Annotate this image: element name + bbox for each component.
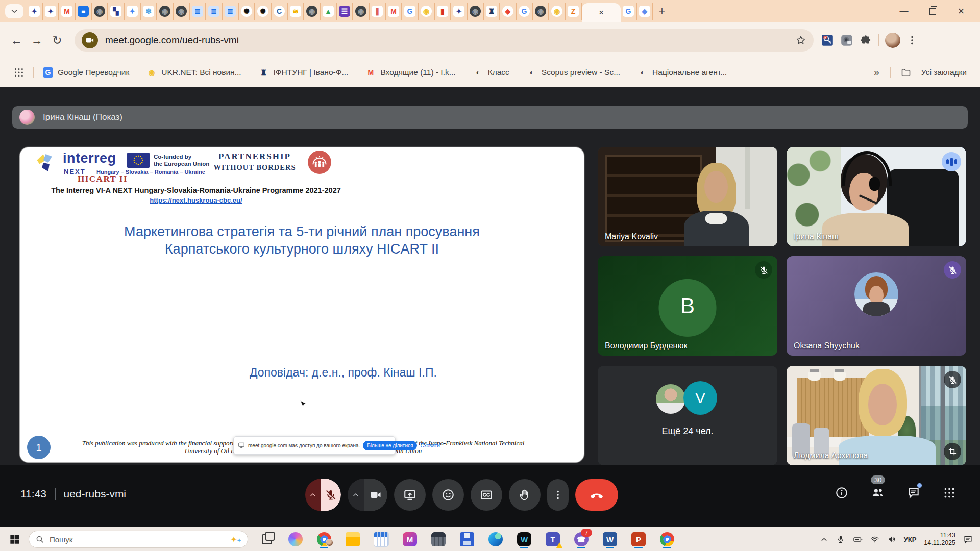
pinned-tab-google-docs-icon[interactable]: ≡ xyxy=(76,3,92,20)
screen-share-camera-icon[interactable] xyxy=(82,32,98,48)
pinned-tab-openai-icon[interactable]: ✺ xyxy=(239,3,255,20)
bookmark-item[interactable]: ◐Національне агент... xyxy=(638,67,727,78)
bookmark-item[interactable]: ◉UKR.NET: Всі новин... xyxy=(146,67,241,78)
pinned-tab-purple-list-icon[interactable]: ☰ xyxy=(337,3,353,20)
new-tab-button[interactable]: + xyxy=(653,3,671,20)
presentation-slide[interactable]: interreg NEXT Hungary – Slovakia – Roman… xyxy=(19,147,584,463)
bookmarks-overflow-chevron[interactable]: » xyxy=(874,67,879,78)
pinned-tab-openai-icon[interactable]: ✺ xyxy=(255,3,272,20)
browser-menu-kebab-icon[interactable] xyxy=(906,35,918,46)
participant-tile-liudmyla[interactable]: Людмила Архипова xyxy=(787,366,966,465)
pinned-tab-education-icon[interactable]: ◆ xyxy=(637,3,653,20)
end-call-button[interactable] xyxy=(575,479,618,511)
file-explorer-icon[interactable] xyxy=(345,531,360,548)
viber-icon[interactable]: ☎7 xyxy=(574,531,589,548)
pinned-tab-google-drive-icon[interactable]: ▲ xyxy=(321,3,337,20)
pinned-tab-document-icon[interactable]: ≣ xyxy=(223,3,239,20)
participants-button[interactable]: 30 xyxy=(871,486,885,499)
pinned-tab-chrome-dark-icon[interactable]: ◉ xyxy=(304,3,321,20)
pinned-tab-canat-logo-icon[interactable]: C xyxy=(272,3,288,20)
chrome-icon[interactable] xyxy=(316,531,332,548)
active-tab-google-meet[interactable]: × xyxy=(582,3,621,22)
pinned-tab-red-stack-icon[interactable]: ❚ xyxy=(370,3,386,20)
chat-button[interactable] xyxy=(907,486,920,499)
pinned-tab-chrome-dark-icon[interactable]: ◉ xyxy=(533,3,549,20)
pinned-tab-chrome-dark-icon[interactable]: ◉ xyxy=(157,3,174,20)
restore-window-icon[interactable] xyxy=(925,4,940,19)
stop-sharing-button[interactable]: Більше не ділитися xyxy=(363,441,417,450)
tray-volume-icon[interactable] xyxy=(887,535,896,544)
bookmark-item[interactable]: ◐Класс xyxy=(473,67,509,78)
pinned-tab-zimbra-mail-icon[interactable]: Z xyxy=(566,3,582,20)
participant-tile-iryna-speaking[interactable]: Ірина Кінаш xyxy=(787,147,966,246)
pinned-tab-brand-pinwheel-icon[interactable]: ✦ xyxy=(43,3,59,20)
pinned-tab-yellow-emblem-icon[interactable]: ◉ xyxy=(549,3,566,20)
crop-pip-icon[interactable] xyxy=(944,443,961,460)
pinned-tab-google-translate-icon[interactable]: G xyxy=(402,3,419,20)
address-bar[interactable]: meet.google.com/ued-rubs-vmi xyxy=(75,29,814,52)
more-participants-tile[interactable]: V Ещё 24 чел. xyxy=(598,366,777,465)
calculator-icon[interactable] xyxy=(431,531,446,548)
taskbar-clock[interactable]: 11:4314.11.2025 xyxy=(924,532,955,547)
m365-copilot-icon[interactable]: M xyxy=(402,531,418,548)
copilot-icon[interactable] xyxy=(288,531,303,548)
pinned-tab-document-icon[interactable]: ≣ xyxy=(206,3,223,20)
bookmark-star-icon[interactable] xyxy=(795,35,806,46)
hide-link[interactable]: Сховати xyxy=(420,443,439,448)
chrome-icon[interactable] xyxy=(659,531,675,548)
pinned-tab-document-icon[interactable]: ≣ xyxy=(190,3,206,20)
tray-battery-icon[interactable] xyxy=(853,535,863,544)
notification-center-icon[interactable] xyxy=(963,535,973,544)
word-icon[interactable]: W xyxy=(602,531,618,548)
camera-options-chevron[interactable] xyxy=(348,479,364,511)
close-tab-icon[interactable]: × xyxy=(599,8,604,18)
reload-icon[interactable]: ↻ xyxy=(47,30,67,51)
pinned-tab-blue-badge-icon[interactable]: ✻ xyxy=(141,3,157,20)
tab-search-button[interactable] xyxy=(5,4,23,18)
pinned-tab-chrome-dark-icon[interactable]: ◉ xyxy=(353,3,370,20)
close-window-icon[interactable]: × xyxy=(953,4,969,19)
mic-muted-button[interactable] xyxy=(321,479,341,511)
reactions-button[interactable] xyxy=(432,479,464,511)
keyboard-language[interactable]: УКР xyxy=(904,536,917,543)
participant-tile-volodymyr[interactable]: B Володимир Бурденюк xyxy=(598,256,777,356)
start-button-icon[interactable] xyxy=(8,533,21,546)
pinned-tab-gmail-icon[interactable]: M xyxy=(386,3,402,20)
copilot-sparkle-icon[interactable]: ✦✦ xyxy=(230,535,241,544)
participant-tile-mariya[interactable]: Mariya Kovaliv xyxy=(598,147,777,246)
pinned-tab-thermometer-icon[interactable]: ▮ xyxy=(435,3,451,20)
tray-chevron-up-icon[interactable] xyxy=(820,535,828,544)
pinned-tab-university-crest-icon[interactable]: ♜ xyxy=(484,3,500,20)
task-view-icon[interactable] xyxy=(259,531,275,548)
minimize-window-icon[interactable]: — xyxy=(896,4,912,19)
present-screen-button[interactable] xyxy=(394,479,426,511)
bookmark-item[interactable]: GGoogle Переводчик xyxy=(43,67,129,78)
forward-icon[interactable]: → xyxy=(27,30,47,51)
bookmark-item[interactable]: MВходящие (11) - I.k... xyxy=(365,67,455,78)
activities-grid-button[interactable] xyxy=(943,486,956,499)
captions-button[interactable] xyxy=(471,479,502,511)
pinned-tab-chrome-dark-icon[interactable]: ◉ xyxy=(468,3,484,20)
pinned-tab-chrome-dark-icon[interactable]: ◉ xyxy=(174,3,190,20)
pinned-tab-yellow-emblem-icon[interactable]: ◉ xyxy=(419,3,435,20)
pinned-tab-gemini-icon[interactable]: ✦ xyxy=(125,3,141,20)
all-bookmarks-label[interactable]: Усі закладки xyxy=(921,68,967,77)
pinned-tab-globe-icon[interactable]: ◉ xyxy=(92,3,108,20)
apps-grid-icon[interactable] xyxy=(13,67,24,78)
taskbar-search-input[interactable]: Пошук ✦✦ xyxy=(29,531,248,548)
mic-options-chevron[interactable] xyxy=(305,479,321,511)
pinned-tab-google-maps-icon[interactable]: ◆ xyxy=(500,3,517,20)
meeting-details-button[interactable] xyxy=(835,486,848,499)
tray-wifi-icon[interactable] xyxy=(870,535,879,544)
extension-camera-icon[interactable] xyxy=(840,34,853,47)
bookmark-item[interactable]: ◐Scopus preview - Sc... xyxy=(527,67,620,78)
extension-keys-icon[interactable] xyxy=(821,34,834,47)
pinned-tab-google-translate-icon[interactable]: G xyxy=(621,3,637,20)
pinned-tab-funnel-icon[interactable]: ≋ xyxy=(288,3,304,20)
participant-tile-oksana[interactable]: Oksana Shyychuk xyxy=(787,256,966,356)
raise-hand-button[interactable] xyxy=(509,479,541,511)
webex-icon[interactable]: W xyxy=(517,531,532,548)
calendar-icon[interactable] xyxy=(374,531,389,548)
slide-hyperlink[interactable]: https://next.huskroua-cbc.eu/ xyxy=(150,196,242,204)
pinned-tab-ms-tiles-icon[interactable]: ▚ xyxy=(108,3,125,20)
